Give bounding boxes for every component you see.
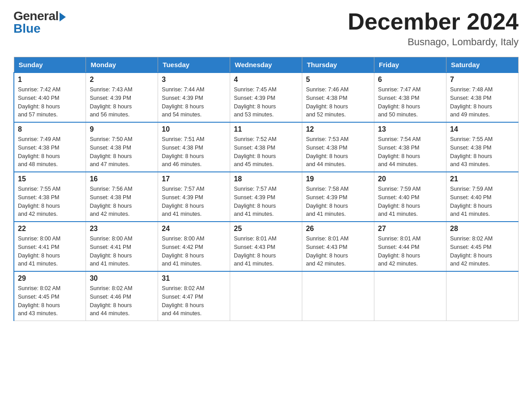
- day-cell-13: 13Sunrise: 7:54 AMSunset: 4:38 PMDayligh…: [374, 122, 446, 172]
- day-number-6: 6: [378, 76, 442, 84]
- day-cell-28: 28Sunrise: 8:02 AMSunset: 4:45 PMDayligh…: [446, 222, 519, 271]
- day-info-23: Sunrise: 8:00 AMSunset: 4:41 PMDaylight:…: [90, 235, 154, 268]
- day-info-13: Sunrise: 7:54 AMSunset: 4:38 PMDaylight:…: [378, 135, 442, 169]
- day-number-8: 8: [18, 125, 82, 133]
- day-info-21: Sunrise: 7:59 AMSunset: 4:40 PMDaylight:…: [450, 185, 515, 218]
- day-number-18: 18: [234, 175, 298, 183]
- weekday-header-tuesday: Tuesday: [158, 57, 230, 73]
- day-cell-9: 9Sunrise: 7:50 AMSunset: 4:38 PMDaylight…: [86, 122, 158, 172]
- day-number-12: 12: [306, 125, 370, 133]
- day-info-11: Sunrise: 7:52 AMSunset: 4:38 PMDaylight:…: [234, 135, 298, 169]
- day-info-30: Sunrise: 8:02 AMSunset: 4:46 PMDaylight:…: [90, 284, 154, 318]
- day-cell-5: 5Sunrise: 7:46 AMSunset: 4:38 PMDaylight…: [302, 73, 374, 122]
- empty-cell-w4-c6: [446, 271, 519, 321]
- day-number-7: 7: [450, 76, 515, 84]
- day-cell-10: 10Sunrise: 7:51 AMSunset: 4:38 PMDayligh…: [158, 122, 230, 172]
- weekday-header-row: SundayMondayTuesdayWednesdayThursdayFrid…: [14, 57, 519, 73]
- day-number-20: 20: [378, 175, 442, 183]
- day-number-16: 16: [90, 175, 154, 183]
- month-year-title: December 2024: [348, 9, 519, 34]
- day-cell-17: 17Sunrise: 7:57 AMSunset: 4:39 PMDayligh…: [158, 172, 230, 222]
- day-number-27: 27: [378, 225, 442, 233]
- weekday-header-sunday: Sunday: [14, 57, 86, 73]
- day-info-29: Sunrise: 8:02 AMSunset: 4:45 PMDaylight:…: [18, 284, 82, 318]
- day-info-24: Sunrise: 8:00 AMSunset: 4:42 PMDaylight:…: [162, 235, 226, 268]
- day-info-16: Sunrise: 7:56 AMSunset: 4:38 PMDaylight:…: [90, 185, 154, 218]
- day-number-3: 3: [162, 76, 226, 84]
- day-info-1: Sunrise: 7:42 AMSunset: 4:40 PMDaylight:…: [18, 86, 82, 119]
- day-cell-8: 8Sunrise: 7:49 AMSunset: 4:38 PMDaylight…: [14, 122, 86, 172]
- day-info-6: Sunrise: 7:47 AMSunset: 4:38 PMDaylight:…: [378, 86, 442, 119]
- day-number-26: 26: [306, 225, 370, 233]
- day-number-19: 19: [306, 175, 370, 183]
- day-info-10: Sunrise: 7:51 AMSunset: 4:38 PMDaylight:…: [162, 135, 226, 169]
- day-number-2: 2: [90, 76, 154, 84]
- day-number-15: 15: [18, 175, 82, 183]
- day-number-24: 24: [162, 225, 226, 233]
- logo-blue-text: Blue: [13, 21, 41, 36]
- day-number-25: 25: [234, 225, 298, 233]
- day-info-25: Sunrise: 8:01 AMSunset: 4:43 PMDaylight:…: [234, 235, 298, 268]
- week-row-3: 15Sunrise: 7:55 AMSunset: 4:38 PMDayligh…: [14, 172, 519, 222]
- day-cell-22: 22Sunrise: 8:00 AMSunset: 4:41 PMDayligh…: [14, 222, 86, 271]
- weekday-header-friday: Friday: [374, 57, 446, 73]
- day-cell-27: 27Sunrise: 8:01 AMSunset: 4:44 PMDayligh…: [374, 222, 446, 271]
- logo: General Blue: [13, 9, 66, 36]
- day-cell-14: 14Sunrise: 7:55 AMSunset: 4:38 PMDayligh…: [446, 122, 519, 172]
- day-cell-3: 3Sunrise: 7:44 AMSunset: 4:39 PMDaylight…: [158, 73, 230, 122]
- day-info-9: Sunrise: 7:50 AMSunset: 4:38 PMDaylight:…: [90, 135, 154, 169]
- day-info-20: Sunrise: 7:59 AMSunset: 4:40 PMDaylight:…: [378, 185, 442, 218]
- day-cell-29: 29Sunrise: 8:02 AMSunset: 4:45 PMDayligh…: [14, 271, 86, 321]
- day-cell-1: 1Sunrise: 7:42 AMSunset: 4:40 PMDaylight…: [14, 73, 86, 122]
- weekday-header-saturday: Saturday: [446, 57, 519, 73]
- day-info-22: Sunrise: 8:00 AMSunset: 4:41 PMDaylight:…: [18, 235, 82, 268]
- day-number-1: 1: [18, 76, 82, 84]
- day-number-11: 11: [234, 125, 298, 133]
- day-number-21: 21: [450, 175, 515, 183]
- day-number-22: 22: [18, 225, 82, 233]
- day-cell-24: 24Sunrise: 8:00 AMSunset: 4:42 PMDayligh…: [158, 222, 230, 271]
- day-info-26: Sunrise: 8:01 AMSunset: 4:43 PMDaylight:…: [306, 235, 370, 268]
- weekday-header-thursday: Thursday: [302, 57, 374, 73]
- weekday-header-wednesday: Wednesday: [230, 57, 302, 73]
- day-number-10: 10: [162, 125, 226, 133]
- day-cell-15: 15Sunrise: 7:55 AMSunset: 4:38 PMDayligh…: [14, 172, 86, 222]
- day-cell-6: 6Sunrise: 7:47 AMSunset: 4:38 PMDaylight…: [374, 73, 446, 122]
- day-number-14: 14: [450, 125, 515, 133]
- day-info-18: Sunrise: 7:57 AMSunset: 4:39 PMDaylight:…: [234, 185, 298, 218]
- weekday-header-monday: Monday: [86, 57, 158, 73]
- day-cell-21: 21Sunrise: 7:59 AMSunset: 4:40 PMDayligh…: [446, 172, 519, 222]
- day-cell-19: 19Sunrise: 7:58 AMSunset: 4:39 PMDayligh…: [302, 172, 374, 222]
- day-number-17: 17: [162, 175, 226, 183]
- day-info-28: Sunrise: 8:02 AMSunset: 4:45 PMDaylight:…: [450, 235, 515, 268]
- day-cell-12: 12Sunrise: 7:53 AMSunset: 4:38 PMDayligh…: [302, 122, 374, 172]
- day-info-8: Sunrise: 7:49 AMSunset: 4:38 PMDaylight:…: [18, 135, 82, 169]
- day-number-23: 23: [90, 225, 154, 233]
- day-cell-4: 4Sunrise: 7:45 AMSunset: 4:39 PMDaylight…: [230, 73, 302, 122]
- week-row-5: 29Sunrise: 8:02 AMSunset: 4:45 PMDayligh…: [14, 271, 519, 321]
- day-cell-26: 26Sunrise: 8:01 AMSunset: 4:43 PMDayligh…: [302, 222, 374, 271]
- day-number-9: 9: [90, 125, 154, 133]
- week-row-4: 22Sunrise: 8:00 AMSunset: 4:41 PMDayligh…: [14, 222, 519, 271]
- day-info-27: Sunrise: 8:01 AMSunset: 4:44 PMDaylight:…: [378, 235, 442, 268]
- day-cell-16: 16Sunrise: 7:56 AMSunset: 4:38 PMDayligh…: [86, 172, 158, 222]
- day-cell-30: 30Sunrise: 8:02 AMSunset: 4:46 PMDayligh…: [86, 271, 158, 321]
- day-number-5: 5: [306, 76, 370, 84]
- calendar-table: SundayMondayTuesdayWednesdayThursdayFrid…: [13, 57, 519, 321]
- empty-cell-w4-c3: [230, 271, 302, 321]
- day-info-12: Sunrise: 7:53 AMSunset: 4:38 PMDaylight:…: [306, 135, 370, 169]
- day-info-15: Sunrise: 7:55 AMSunset: 4:38 PMDaylight:…: [18, 185, 82, 218]
- empty-cell-w4-c5: [374, 271, 446, 321]
- day-info-4: Sunrise: 7:45 AMSunset: 4:39 PMDaylight:…: [234, 86, 298, 119]
- day-number-28: 28: [450, 225, 515, 233]
- day-cell-2: 2Sunrise: 7:43 AMSunset: 4:39 PMDaylight…: [86, 73, 158, 122]
- day-info-2: Sunrise: 7:43 AMSunset: 4:39 PMDaylight:…: [90, 86, 154, 119]
- logo-arrow-icon: [60, 13, 66, 21]
- day-number-4: 4: [234, 76, 298, 84]
- day-cell-23: 23Sunrise: 8:00 AMSunset: 4:41 PMDayligh…: [86, 222, 158, 271]
- day-cell-31: 31Sunrise: 8:02 AMSunset: 4:47 PMDayligh…: [158, 271, 230, 321]
- empty-cell-w4-c4: [302, 271, 374, 321]
- day-info-14: Sunrise: 7:55 AMSunset: 4:38 PMDaylight:…: [450, 135, 515, 169]
- day-cell-18: 18Sunrise: 7:57 AMSunset: 4:39 PMDayligh…: [230, 172, 302, 222]
- day-cell-20: 20Sunrise: 7:59 AMSunset: 4:40 PMDayligh…: [374, 172, 446, 222]
